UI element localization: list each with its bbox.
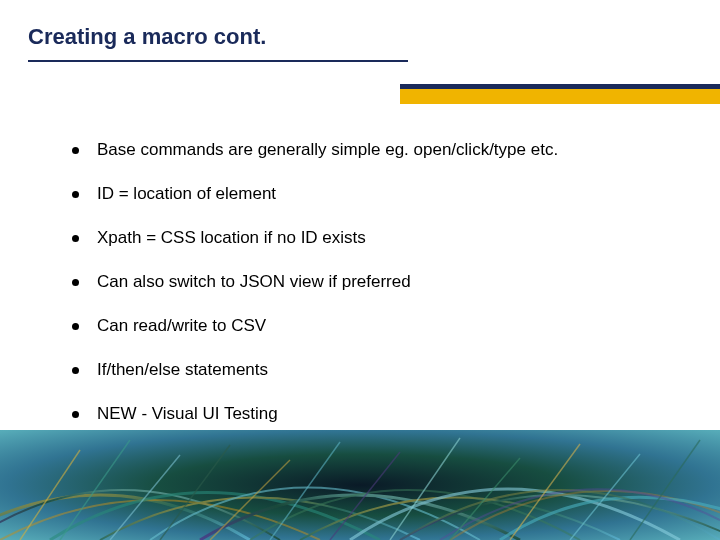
decorative-footer-image — [0, 430, 720, 540]
list-item: Base commands are generally simple eg. o… — [72, 140, 680, 160]
bullet-icon — [72, 191, 79, 198]
bullet-text: Xpath = CSS location if no ID exists — [97, 228, 366, 248]
bullet-icon — [72, 279, 79, 286]
list-item: NEW - Visual UI Testing — [72, 404, 680, 424]
svg-rect-1 — [0, 430, 720, 540]
list-item: Xpath = CSS location if no ID exists — [72, 228, 680, 248]
accent-bar — [400, 84, 720, 104]
bullet-icon — [72, 367, 79, 374]
bullet-icon — [72, 235, 79, 242]
bullet-text: ID = location of element — [97, 184, 276, 204]
bullet-icon — [72, 323, 79, 330]
bullet-list: Base commands are generally simple eg. o… — [72, 140, 680, 424]
slide-content: Base commands are generally simple eg. o… — [72, 140, 680, 448]
title-underline — [28, 60, 408, 62]
bullet-text: Can read/write to CSV — [97, 316, 266, 336]
slide-title: Creating a macro cont. — [28, 24, 266, 50]
list-item: Can also switch to JSON view if preferre… — [72, 272, 680, 292]
list-item: Can read/write to CSV — [72, 316, 680, 336]
bullet-icon — [72, 147, 79, 154]
slide: Creating a macro cont. Base commands are… — [0, 0, 720, 540]
list-item: ID = location of element — [72, 184, 680, 204]
bullet-icon — [72, 411, 79, 418]
bullet-text: Can also switch to JSON view if preferre… — [97, 272, 411, 292]
list-item: If/then/else statements — [72, 360, 680, 380]
bullet-text: NEW - Visual UI Testing — [97, 404, 278, 424]
bullet-text: Base commands are generally simple eg. o… — [97, 140, 558, 160]
bullet-text: If/then/else statements — [97, 360, 268, 380]
